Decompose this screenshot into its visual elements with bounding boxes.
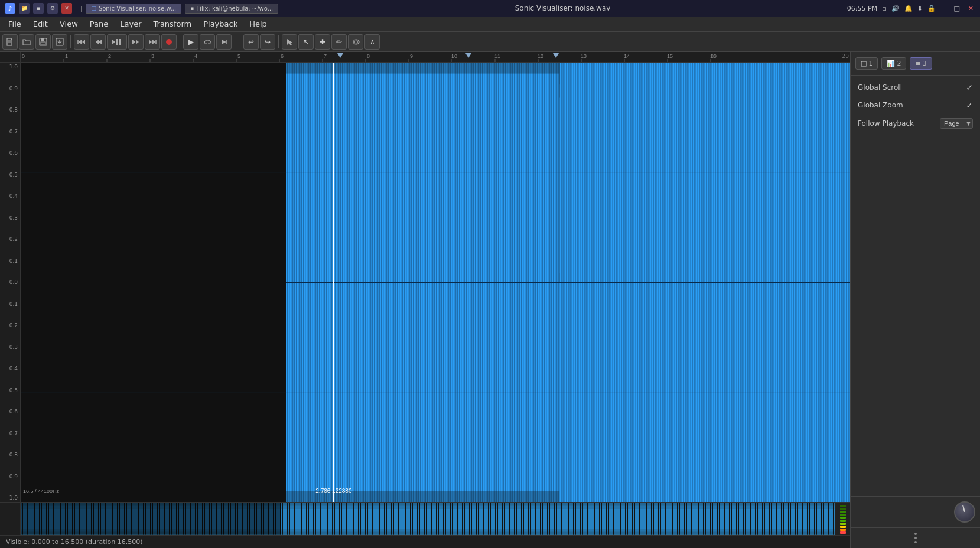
undo-button[interactable]: ↩ bbox=[243, 34, 259, 50]
timeline-ruler: 0 1 2 3 4 5 6 7 8 9 10 11 12 bbox=[0, 52, 850, 63]
bell-icon: 🔔 bbox=[904, 5, 913, 12]
layer-tab-1[interactable]: □ 1 bbox=[855, 57, 878, 70]
screen-icon: ▫ bbox=[882, 5, 886, 12]
redo-button[interactable]: ↪ bbox=[260, 34, 275, 50]
overview-waveform[interactable] bbox=[21, 503, 835, 535]
tilix-tab-label: Tilix: kali@nebula: ~/wo... bbox=[196, 5, 273, 12]
global-zoom-row: Global Zoom ✓ bbox=[858, 100, 973, 110]
record-button[interactable] bbox=[161, 34, 177, 50]
overview-yaxis bbox=[0, 503, 21, 535]
svg-point-25 bbox=[354, 41, 358, 43]
layer-tab-2[interactable]: 📊 2 bbox=[881, 57, 906, 70]
end-button[interactable] bbox=[145, 34, 160, 50]
svg-text:14: 14 bbox=[624, 53, 630, 59]
open-button[interactable] bbox=[19, 34, 34, 50]
win-max[interactable]: □ bbox=[952, 5, 961, 12]
win-close[interactable]: ✕ bbox=[966, 5, 975, 12]
svg-marker-22 bbox=[222, 40, 226, 44]
play-pause-button[interactable] bbox=[107, 34, 127, 50]
win-min[interactable]: _ bbox=[940, 5, 948, 12]
marker-3 bbox=[552, 52, 559, 59]
svg-marker-8 bbox=[79, 40, 82, 44]
taskbar-sep: | bbox=[80, 5, 82, 12]
add-tool[interactable]: ✚ bbox=[315, 34, 330, 50]
volume-knob[interactable] bbox=[954, 501, 975, 523]
svg-text:15: 15 bbox=[667, 53, 673, 59]
menu-view[interactable]: View bbox=[54, 18, 84, 30]
svg-text:6: 6 bbox=[281, 53, 284, 59]
save-button[interactable] bbox=[35, 34, 51, 50]
title-text: Sonic Visualiser: noise.wav bbox=[515, 4, 611, 12]
layer-tab-3[interactable]: ≡ 3 bbox=[910, 57, 932, 70]
svg-text:20: 20 bbox=[711, 53, 717, 59]
menu-playback[interactable]: Playback bbox=[197, 18, 243, 30]
content-area: 0 1 2 3 4 5 6 7 8 9 10 11 12 bbox=[0, 52, 980, 548]
svg-marker-17 bbox=[136, 40, 139, 44]
pointer-tool[interactable]: ↖ bbox=[298, 34, 314, 50]
tilix-tab-icon: ▪ bbox=[190, 5, 194, 11]
audio-icon: 🔊 bbox=[891, 5, 900, 12]
global-zoom-check[interactable]: ✓ bbox=[966, 100, 973, 110]
waveform-display[interactable]: bars_upper bbox=[21, 63, 850, 502]
loop-play-button[interactable]: ▶ bbox=[183, 34, 198, 50]
svg-text:4: 4 bbox=[194, 53, 197, 59]
menu-edit[interactable]: Edit bbox=[27, 18, 54, 30]
taskbar-close-icon[interactable]: ✕ bbox=[61, 3, 72, 14]
menu-transform[interactable]: Transform bbox=[148, 18, 198, 30]
sv-tab[interactable]: □ Sonic Visualiser: noise.w... bbox=[86, 4, 181, 14]
knob-indicator bbox=[962, 505, 965, 512]
svg-text:10: 10 bbox=[451, 53, 457, 59]
overview-panel[interactable] bbox=[0, 502, 850, 535]
meter-seg-3 bbox=[840, 531, 846, 534]
y-axis: 1.0 0.9 0.8 0.7 0.6 0.5 0.4 0.3 0.2 0.1 … bbox=[0, 63, 21, 502]
play-selection-button[interactable] bbox=[216, 34, 232, 50]
erase-tool[interactable] bbox=[348, 34, 363, 50]
svg-text:9: 9 bbox=[410, 53, 413, 59]
panel-dots-button[interactable] bbox=[851, 527, 980, 548]
follow-playback-select[interactable]: None Page Scroll bbox=[940, 118, 973, 129]
dot-2 bbox=[914, 537, 917, 539]
dot-1 bbox=[914, 533, 917, 535]
menu-file[interactable]: File bbox=[2, 18, 27, 30]
menu-pane[interactable]: Pane bbox=[84, 18, 114, 30]
meter-seg-4 bbox=[840, 529, 846, 531]
pencil-tool[interactable]: ✏ bbox=[331, 34, 347, 50]
overview-left-shade bbox=[21, 503, 281, 535]
svg-marker-16 bbox=[132, 40, 135, 44]
marker-2 bbox=[465, 52, 472, 59]
svg-marker-9 bbox=[82, 40, 85, 44]
layer-tabs: □ 1 📊 2 ≡ 3 bbox=[851, 52, 980, 76]
waveform-section[interactable]: 1.0 0.9 0.8 0.7 0.6 0.5 0.4 0.3 0.2 0.1 … bbox=[0, 63, 850, 502]
menu-help[interactable]: Help bbox=[243, 18, 273, 30]
global-scroll-label: Global Scroll bbox=[858, 83, 961, 92]
measure-tool[interactable]: ∧ bbox=[364, 34, 380, 50]
waveform-area: 0 1 2 3 4 5 6 7 8 9 10 11 12 bbox=[0, 52, 850, 548]
taskbar-files-icon[interactable]: 📁 bbox=[19, 3, 30, 14]
menu-bar: File Edit View Pane Layer Transform Play… bbox=[0, 17, 980, 32]
sonic-app-icon[interactable]: ♪ bbox=[5, 3, 15, 14]
menu-layer[interactable]: Layer bbox=[114, 18, 147, 30]
meter-seg-10 bbox=[840, 511, 846, 513]
global-scroll-check[interactable]: ✓ bbox=[966, 83, 973, 92]
meter-seg-11 bbox=[840, 508, 846, 510]
meter-seg-6 bbox=[840, 523, 846, 525]
taskbar-settings-icon[interactable]: ⚙ bbox=[47, 3, 58, 14]
select-tool[interactable] bbox=[282, 34, 297, 50]
step-back-button[interactable] bbox=[90, 34, 106, 50]
fast-forward-button[interactable] bbox=[128, 34, 144, 50]
svg-text:2: 2 bbox=[108, 53, 111, 59]
toolbar-sep-2 bbox=[180, 35, 180, 48]
tilix-tab[interactable]: ▪ Tilix: kali@nebula: ~/wo... bbox=[185, 4, 278, 14]
loop-sel-button[interactable] bbox=[200, 34, 215, 50]
import-button[interactable] bbox=[52, 34, 67, 50]
rewind-button[interactable] bbox=[74, 34, 89, 50]
svg-text:0: 0 bbox=[22, 53, 25, 59]
silence-left bbox=[21, 63, 286, 502]
overview-svg bbox=[21, 503, 835, 535]
new-button[interactable] bbox=[2, 34, 18, 50]
meter-seg-5 bbox=[840, 526, 846, 528]
waveform-svg: bars_upper bbox=[21, 63, 850, 502]
layer-tab-2-label: 2 bbox=[897, 60, 901, 67]
system-tray: 06:55 PM ▫ 🔊 🔔 ⬇ 🔒 _ □ ✕ bbox=[847, 5, 975, 12]
taskbar-term-icon[interactable]: ▪ bbox=[33, 3, 44, 14]
